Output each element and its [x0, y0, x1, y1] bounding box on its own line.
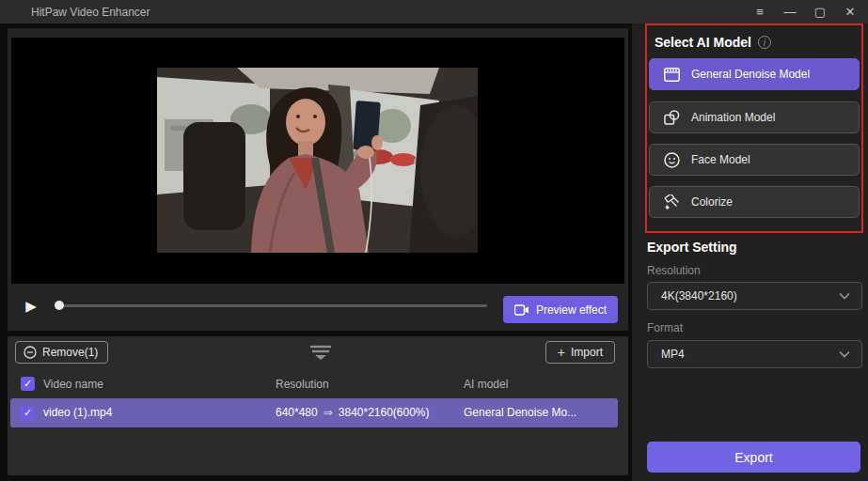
export-section-title: Export Setting [647, 240, 737, 255]
table-row[interactable]: ✓ video (1).mp4 640*480 ⇒ 3840*2160(600%… [10, 398, 618, 427]
play-button[interactable]: ▶ [21, 295, 41, 318]
animation-shapes-icon [663, 109, 680, 126]
settings-panel: Select AI Model i General Denoise Model … [632, 23, 868, 481]
model-label: General Denoise Model [691, 68, 810, 81]
chevron-down-icon [839, 292, 850, 300]
plus-icon: + [558, 345, 565, 360]
column-ai-model: AI model [464, 378, 508, 391]
minimize-icon[interactable]: — [781, 0, 798, 23]
model-section-header: Select AI Model i [655, 35, 771, 50]
video-frame-image [157, 68, 478, 253]
resolution-to: 3840*2160(600%) [339, 406, 430, 419]
row-ai-model: General Denoise Mo... [464, 406, 576, 419]
format-value: MP4 [661, 348, 685, 361]
arrow-icon: ⇒ [324, 406, 333, 419]
info-icon[interactable]: i [758, 36, 771, 49]
file-list-panel: Remove(1) + Import ✓ Video name Resoluti… [8, 336, 628, 475]
remove-minus-icon [24, 346, 37, 359]
chevron-down-icon [839, 350, 850, 358]
slider-thumb[interactable] [55, 301, 64, 310]
preview-effect-label: Preview effect [536, 303, 607, 317]
maximize-icon[interactable]: ▢ [812, 0, 829, 23]
row-video-name: video (1).mp4 [43, 406, 112, 419]
menu-icon[interactable]: ≡ [751, 0, 768, 23]
format-select[interactable]: MP4 [647, 340, 862, 368]
remove-button[interactable]: Remove(1) [15, 341, 108, 364]
resolution-select[interactable]: 4K(3840*2160) [647, 282, 862, 310]
video-camera-icon [514, 304, 529, 316]
collapse-handle-icon[interactable] [307, 344, 335, 361]
progress-slider[interactable] [52, 291, 490, 319]
select-all-checkbox[interactable]: ✓ [21, 377, 35, 391]
import-label: Import [571, 346, 603, 359]
model-label: Face Model [691, 153, 750, 166]
close-icon[interactable]: ✕ [842, 0, 859, 23]
row-checkbox[interactable]: ✓ [21, 406, 35, 420]
resolution-label: Resolution [647, 264, 701, 277]
model-label: Animation Model [691, 111, 775, 124]
row-resolution: 640*480 ⇒ 3840*2160(600%) [276, 406, 430, 419]
window-title: HitPaw Video Enhancer [31, 6, 150, 19]
app-window: HitPaw Video Enhancer ≡ — ▢ ✕ [0, 0, 868, 481]
model-button-colorize[interactable]: Colorize [649, 186, 860, 218]
file-toolbar: Remove(1) + Import [8, 340, 628, 365]
video-viewport [11, 38, 624, 284]
format-label: Format [647, 321, 683, 334]
model-section-title: Select AI Model [655, 35, 751, 50]
model-label: Colorize [691, 195, 733, 209]
resolution-from: 640*480 [276, 406, 318, 419]
column-resolution: Resolution [276, 378, 329, 391]
column-video-name: Video name [43, 378, 103, 391]
paint-brush-icon [663, 194, 680, 210]
preview-effect-button[interactable]: Preview effect [503, 296, 618, 323]
film-frame-icon [663, 66, 680, 83]
model-button-animation[interactable]: Animation Model [649, 101, 860, 133]
table-header: ✓ Video name Resolution AI model [8, 370, 628, 398]
remove-label: Remove(1) [42, 346, 98, 359]
slider-track[interactable] [59, 304, 487, 307]
window-controls: ≡ — ▢ ✕ [751, 0, 859, 23]
resolution-value: 4K(3840*2160) [661, 289, 737, 303]
preview-panel: ▶ Preview effect [8, 28, 628, 331]
model-button-face[interactable]: Face Model [649, 144, 860, 176]
face-icon [663, 151, 680, 168]
model-button-general-denoise[interactable]: General Denoise Model [649, 58, 860, 90]
titlebar: HitPaw Video Enhancer ≡ — ▢ ✕ [0, 0, 868, 23]
import-button[interactable]: + Import [545, 341, 615, 364]
export-button[interactable]: Export [647, 442, 860, 473]
